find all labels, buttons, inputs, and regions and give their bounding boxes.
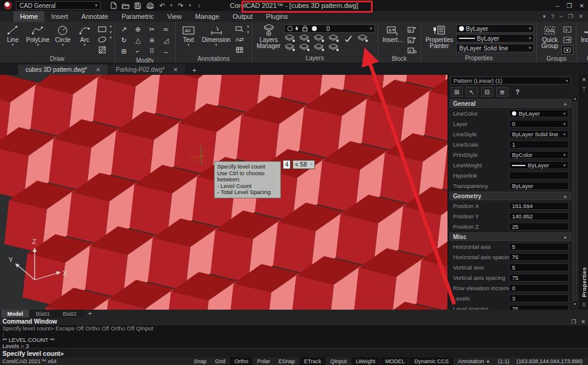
edit-pattern-icon[interactable]: ⊞	[451, 87, 463, 97]
help-icon[interactable]: ?	[551, 13, 554, 19]
minimize-button[interactable]: –	[556, 2, 559, 9]
copy-icon[interactable]: ⊕	[131, 24, 145, 34]
show-layer-icon[interactable]	[299, 33, 311, 43]
define-block-icon[interactable]: A	[406, 24, 418, 34]
command-history[interactable]: Specify level count» Escape Off Ortho Of…	[0, 325, 588, 348]
move-icon[interactable]: ↗	[117, 24, 131, 34]
edit-pattern-icon[interactable]: ⊞	[117, 46, 131, 56]
doc-tab[interactable]: cubes 3D pattern.dwg*✕	[18, 64, 109, 75]
minimize-doc-icon[interactable]: –	[559, 13, 562, 19]
command-prompt[interactable]: Specify level count»	[0, 348, 588, 358]
properties-painter-button[interactable]: Properties Painter	[424, 23, 455, 54]
edit-group-icon[interactable]	[561, 45, 573, 55]
collapse-icon[interactable]: ▲	[563, 235, 567, 239]
new-tab-button[interactable]: +	[186, 66, 202, 75]
section-header-misc[interactable]: Misc▲	[449, 232, 571, 241]
open-file-icon[interactable]	[122, 2, 130, 9]
menu-item-parametric[interactable]: Parametric	[115, 11, 161, 22]
property-value[interactable]: 0▾	[509, 120, 569, 128]
circle-button[interactable]: Circle▾	[52, 23, 73, 55]
quick-group-button[interactable]: Quick Group	[539, 23, 560, 55]
mirror-icon[interactable]: △	[131, 35, 145, 45]
float-window-icon[interactable]: ❐	[571, 319, 576, 325]
hatch-icon[interactable]	[96, 45, 108, 55]
restore-doc-icon[interactable]: ❐	[568, 13, 573, 19]
menu-item-output[interactable]: Output	[226, 11, 260, 22]
trim-icon[interactable]: ✂	[145, 24, 159, 34]
sheet-tab-model[interactable]: Model	[1, 310, 30, 318]
level-spinner-input[interactable]: < 58˄	[292, 160, 315, 169]
redo-icon[interactable]: ↷	[177, 2, 185, 9]
menu-item-home[interactable]: Home	[13, 11, 44, 22]
entity-selector[interactable]: Pattern (Linear) (1) ▾	[451, 77, 571, 85]
property-value[interactable]: 161.694	[509, 202, 569, 210]
property-value[interactable]: 25	[509, 223, 569, 231]
menu-item-manage[interactable]: Manage	[189, 11, 226, 22]
stretch-icon[interactable]: ⌐	[131, 46, 145, 56]
offset-icon[interactable]: ≍	[159, 24, 173, 34]
collapse-icon[interactable]: ▲	[563, 194, 567, 198]
command-window-header[interactable]: Command Window ❐ ✕	[0, 318, 588, 325]
leader-icon[interactable]	[233, 24, 246, 34]
section-header-general[interactable]: General▲	[449, 99, 571, 108]
panel-pin-icon[interactable]: ⊤	[582, 86, 587, 92]
collapse-icon[interactable]: ▲	[563, 102, 567, 106]
status-toggle-lweight[interactable]: LWeight	[351, 358, 379, 365]
insert-block-button[interactable]: A Insert...	[381, 23, 405, 55]
status-toggle-model[interactable]: MODEL	[381, 358, 409, 365]
arc-button[interactable]: Arc▾	[74, 23, 95, 55]
layer-preview-icon[interactable]	[328, 43, 340, 52]
status-toggle-snap[interactable]: Snap	[190, 358, 210, 365]
lock-layer-icon[interactable]	[328, 33, 340, 43]
drawing-canvas[interactable]: Z X Y Specify level count Use Ctrl to ch…	[0, 75, 448, 310]
rotate-icon[interactable]: ↻	[117, 35, 131, 45]
array-icon[interactable]: ⠿	[145, 46, 159, 56]
customize-icon[interactable]: ⁝	[195, 2, 203, 9]
dimension-button[interactable]: Dimension▾	[200, 23, 232, 55]
undo-dropdown-icon[interactable]: ▾	[170, 3, 173, 8]
level-count-input[interactable]: 4	[283, 160, 291, 169]
group-icon[interactable]: G	[561, 24, 573, 34]
close-tab-icon[interactable]: ✕	[173, 66, 178, 73]
print-icon[interactable]	[146, 2, 154, 9]
property-value[interactable]: 75	[509, 274, 569, 282]
menu-item-insert[interactable]: Insert	[44, 11, 75, 22]
annotation-scale-icon[interactable]: A⇄	[233, 35, 246, 44]
export-block-icon[interactable]: A	[406, 45, 418, 55]
fillet-icon[interactable]: ◿	[159, 35, 173, 45]
property-value[interactable]: 5	[509, 243, 569, 251]
ungroup-icon[interactable]	[561, 35, 573, 44]
ellipse-icon[interactable]	[96, 35, 108, 44]
thaw-layer-icon[interactable]	[284, 43, 296, 52]
menu-item-annotate[interactable]: Annotate	[75, 11, 115, 22]
close-tab-icon[interactable]: ✕	[95, 66, 100, 73]
line-button[interactable]: Line▾	[2, 23, 23, 55]
freeze-layer-icon[interactable]	[313, 33, 325, 43]
property-value[interactable]: ByLayer Solid line▾	[509, 130, 569, 138]
restore-button[interactable]: ❐	[567, 2, 572, 9]
new-file-icon[interactable]	[109, 2, 117, 9]
property-value[interactable]: 1	[509, 141, 569, 148]
restore-layer-icon[interactable]	[313, 43, 325, 52]
doc-tab[interactable]: Parking-P02.dwg*✕	[109, 64, 186, 75]
section-header-geometry[interactable]: Geometry▲	[449, 192, 571, 200]
close-command-window-icon[interactable]: ✕	[581, 319, 586, 325]
property-value[interactable]: 75	[509, 305, 569, 310]
status-toggle-polar[interactable]: Polar	[254, 358, 274, 365]
inquiry-button[interactable]: Inquiry▾	[579, 23, 588, 55]
status-toggle-dynamic-ccs[interactable]: Dynamic CCS	[410, 358, 453, 365]
property-value[interactable]: 75	[509, 253, 569, 261]
save-icon[interactable]	[134, 2, 142, 9]
activate-layer-icon[interactable]	[342, 33, 355, 43]
status-toggle-esnap[interactable]: ESnap	[275, 358, 299, 365]
property-value[interactable]: 0	[509, 284, 569, 292]
layers-manager-button[interactable]: Layers Manager	[255, 23, 283, 54]
ribbon-collapse-icon[interactable]: ▾	[543, 13, 546, 19]
add-sheet-button[interactable]: +	[83, 310, 97, 318]
insert-annotation-icon[interactable]: A	[406, 35, 418, 44]
property-value[interactable]	[509, 172, 569, 179]
menu-item-view[interactable]: View	[161, 11, 189, 22]
rectangle-icon[interactable]	[96, 24, 108, 34]
select-entities-icon[interactable]: ↖	[466, 87, 478, 97]
layer-selector[interactable]: 0 ▾	[284, 24, 375, 33]
